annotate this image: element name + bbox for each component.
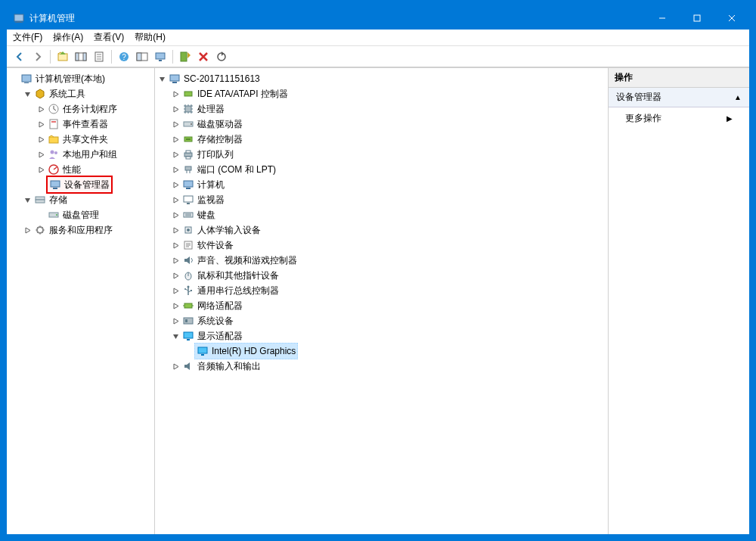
menu-file[interactable]: 文件(F)	[13, 31, 42, 44]
dev-display-item[interactable]: Intel(R) HD Graphics	[194, 343, 298, 359]
dev-software[interactable]: 软件设备	[181, 238, 235, 253]
tree-perf[interactable]: 性能	[46, 162, 82, 177]
tree-sharedfolders[interactable]: 共享文件夹	[46, 132, 110, 147]
up-button[interactable]	[54, 48, 71, 65]
svg-rect-3	[694, 15, 700, 21]
svg-point-23	[51, 151, 54, 154]
twisty-closed-icon[interactable]	[36, 149, 46, 160]
svg-rect-21	[51, 121, 56, 123]
twisty-closed-icon[interactable]	[170, 164, 181, 175]
minimize-button[interactable]	[645, 7, 680, 30]
svg-rect-12	[137, 53, 141, 61]
twisty-closed-icon[interactable]	[170, 149, 181, 160]
dev-printqueue[interactable]: 打印队列	[181, 147, 235, 162]
svg-rect-20	[50, 120, 57, 129]
twisty-closed-icon[interactable]	[36, 119, 46, 129]
properties-button[interactable]	[91, 48, 107, 65]
monitor-button[interactable]	[152, 48, 169, 65]
tree-localusers[interactable]: 本地用户和组	[46, 147, 119, 162]
close-button[interactable]	[714, 7, 749, 30]
twisty-closed-icon[interactable]	[170, 134, 181, 145]
twisty-closed-icon[interactable]	[170, 270, 181, 281]
show-hide-panes-button[interactable]	[73, 48, 89, 65]
tree-services[interactable]: 服务和应用程序	[33, 222, 114, 238]
twisty-closed-icon[interactable]	[170, 285, 181, 296]
svg-point-32	[37, 227, 43, 233]
dev-usb[interactable]: 通用串行总线控制器	[181, 283, 280, 298]
menu-help[interactable]: 帮助(H)	[135, 31, 166, 44]
tree-diskmgmt[interactable]: 磁盘管理	[46, 207, 101, 222]
svg-rect-27	[53, 188, 57, 189]
svg-rect-42	[186, 151, 191, 153]
dev-sound[interactable]: 声音、视频和游戏控制器	[181, 253, 299, 268]
dev-mouse[interactable]: 鼠标和其他指针设备	[181, 268, 280, 283]
dev-audioio[interactable]: 音频输入和输出	[181, 359, 262, 374]
maximize-button[interactable]	[680, 7, 714, 30]
twisty-closed-icon[interactable]	[22, 225, 33, 235]
twisty-closed-icon[interactable]	[36, 134, 46, 145]
dev-storagectrl[interactable]: 存储控制器	[181, 132, 244, 147]
tree-devmgr[interactable]: 设备管理器	[46, 176, 113, 194]
dev-hid[interactable]: 人体学输入设备	[181, 222, 262, 238]
twisty-closed-icon[interactable]	[170, 361, 181, 372]
refresh-button[interactable]	[213, 48, 230, 65]
svg-rect-14	[159, 60, 162, 61]
twisty-closed-icon[interactable]	[170, 194, 181, 205]
svg-point-31	[56, 214, 57, 216]
tree-tasksched[interactable]: 任务计划程序	[46, 101, 119, 117]
help-button[interactable]: ?	[116, 48, 132, 65]
actions-section[interactable]: 设备管理器 ▲	[609, 88, 749, 107]
dev-host[interactable]: SC-201711151613	[167, 71, 262, 86]
twisty-closed-icon[interactable]	[170, 316, 181, 326]
actions-header: 操作	[609, 68, 749, 88]
svg-point-51	[187, 229, 190, 232]
svg-rect-18	[24, 82, 29, 83]
twisty-open-icon[interactable]	[22, 194, 33, 205]
twisty-open-icon[interactable]	[170, 331, 181, 341]
svg-rect-35	[184, 92, 192, 96]
twisty-closed-icon[interactable]	[36, 164, 46, 175]
dev-keyboard[interactable]: 键盘	[181, 207, 217, 222]
dev-diskdrives[interactable]: 磁盘驱动器	[181, 117, 244, 132]
tree-root[interactable]: 计算机管理(本地)	[19, 71, 107, 86]
forward-button[interactable]	[29, 48, 46, 65]
dev-monitor[interactable]: 监视器	[181, 192, 226, 207]
delete-button[interactable]	[195, 48, 212, 65]
twisty-closed-icon[interactable]	[170, 119, 181, 129]
dev-ports[interactable]: 端口 (COM 和 LPT)	[181, 162, 277, 177]
twisty-closed-icon[interactable]	[170, 179, 181, 190]
svg-point-24	[54, 151, 57, 154]
twisty-closed-icon[interactable]	[170, 104, 181, 114]
back-button[interactable]	[11, 48, 28, 65]
twisty-closed-icon[interactable]	[170, 89, 181, 99]
dev-computer[interactable]: 计算机	[181, 177, 226, 192]
tree-storage[interactable]: 存储	[33, 192, 69, 207]
twisty-closed-icon[interactable]	[170, 210, 181, 220]
twisty-open-icon[interactable]	[156, 73, 167, 84]
tile-button[interactable]	[134, 48, 150, 65]
twisty-closed-icon[interactable]	[170, 225, 181, 235]
twisty-open-icon[interactable]	[22, 89, 33, 99]
twisty-closed-icon[interactable]	[170, 240, 181, 250]
dev-network[interactable]: 网络适配器	[181, 298, 244, 313]
svg-rect-28	[36, 197, 45, 200]
actions-more[interactable]: 更多操作 ▶	[609, 107, 749, 129]
tree-eventviewer[interactable]: 事件查看器	[46, 117, 110, 132]
menu-action[interactable]: 操作(A)	[53, 31, 83, 44]
svg-rect-45	[184, 181, 193, 187]
menu-view[interactable]: 查看(V)	[94, 31, 124, 44]
svg-rect-43	[186, 157, 191, 159]
dev-display[interactable]: 显示适配器	[181, 328, 244, 344]
dev-ide[interactable]: IDE ATA/ATAPI 控制器	[181, 86, 290, 101]
tree-systools[interactable]: 系统工具	[33, 86, 87, 101]
svg-rect-61	[187, 339, 190, 340]
dev-cpu[interactable]: 处理器	[181, 101, 226, 117]
scan-button[interactable]	[177, 48, 194, 65]
svg-point-55	[184, 288, 186, 290]
twisty-closed-icon[interactable]	[36, 104, 46, 114]
svg-rect-7	[83, 53, 86, 61]
twisty-closed-icon[interactable]	[170, 300, 181, 311]
svg-rect-34	[172, 82, 177, 83]
twisty-closed-icon[interactable]	[170, 255, 181, 266]
dev-sysdev[interactable]: 系统设备	[181, 313, 235, 328]
